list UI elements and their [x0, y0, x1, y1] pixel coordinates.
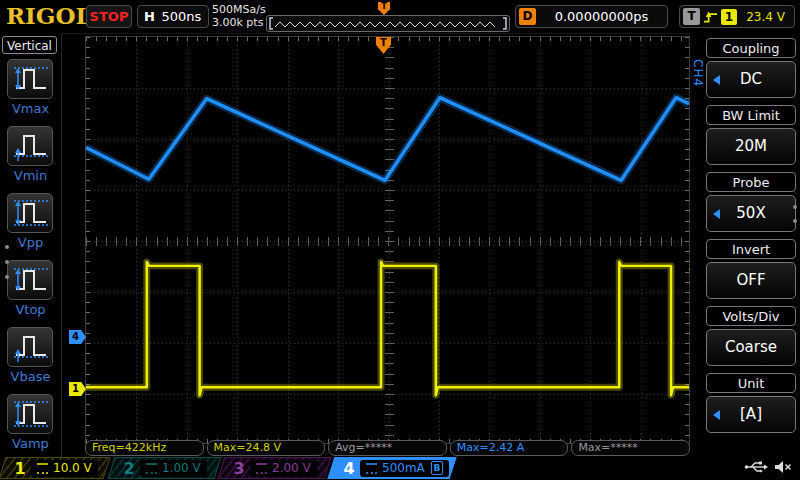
- vamp-icon[interactable]: [7, 394, 53, 434]
- trigger-level-value: 23.4 V: [737, 10, 794, 24]
- softkey-title: Unit: [706, 373, 796, 393]
- trigger-status-box[interactable]: T 1 23.4 V: [679, 5, 795, 28]
- run-state-label: STOP: [90, 9, 129, 24]
- softkey-title: BW Limit: [706, 105, 796, 125]
- left-menu-title: Vertical: [2, 36, 57, 54]
- measurement-bar: Freq=422kHz Max=24.8 V Avg=***** Max=2.4…: [85, 440, 690, 456]
- softkey-arrow-icon: [713, 209, 720, 219]
- menu-item-vmax[interactable]: Vmax: [0, 59, 61, 121]
- vmin-icon[interactable]: [7, 126, 53, 166]
- vertical-measure-menu: Vertical Vmax Vmin: [0, 33, 62, 480]
- softkey-bw-limit[interactable]: BW Limit 20M: [706, 105, 796, 172]
- softkey-title: Coupling: [706, 38, 796, 58]
- softkey-value[interactable]: [A]: [706, 396, 796, 433]
- measurement-avg: Avg=*****: [328, 440, 447, 456]
- channel-4-number: 4: [342, 459, 356, 478]
- left-menu-page-dots: [5, 245, 9, 290]
- channel-3-number: 3: [232, 459, 246, 478]
- waveform-preview-bar[interactable]: [266, 15, 510, 32]
- menu-label-vamp: Vamp: [0, 436, 61, 451]
- softkey-arrow-icon: [713, 75, 720, 85]
- softkey-volts-div[interactable]: Volts/Div Coarse: [706, 306, 796, 373]
- vbase-icon[interactable]: [7, 327, 53, 367]
- channel-menu-tab: CH4: [691, 59, 705, 87]
- vtop-icon[interactable]: [7, 260, 53, 300]
- softkey-value[interactable]: 20M: [706, 128, 796, 165]
- speaker-muted-icon[interactable]: [774, 460, 792, 474]
- horizontal-timebase-box[interactable]: H 500ns: [137, 5, 209, 28]
- measurement-max-ch1: Max=24.8 V: [207, 440, 326, 456]
- channel-4-scale-box: 500mA B: [360, 460, 449, 477]
- softkey-value[interactable]: DC: [706, 61, 796, 98]
- vpp-icon[interactable]: [7, 193, 53, 233]
- softkey-value[interactable]: OFF: [706, 262, 796, 299]
- ch1-trace-glow: [86, 262, 689, 395]
- delay-label-badge: D: [519, 8, 536, 25]
- dc-coupling-icon: [256, 463, 267, 474]
- trigger-source-badge: 1: [721, 9, 737, 25]
- menu-item-vpp[interactable]: Vpp: [0, 193, 61, 255]
- ch1-ground-marker[interactable]: 1: [69, 382, 86, 396]
- acquisition-info: 500MSa/s 3.00k pts: [212, 3, 266, 29]
- ch4-ground-marker[interactable]: 4: [69, 330, 86, 344]
- softkey-arrow-icon: [713, 410, 720, 420]
- channel-1-indicator[interactable]: 1 10.0 V: [0, 457, 111, 479]
- graticule: [85, 36, 690, 444]
- measurement-freq: Freq=422kHz: [85, 440, 204, 456]
- channel-2-indicator[interactable]: 2 1.00 V: [107, 457, 221, 479]
- softkey-value[interactable]: Coarse: [706, 329, 796, 366]
- menu-item-vtop[interactable]: Vtop: [0, 260, 61, 322]
- preview-trigger-marker[interactable]: T: [378, 2, 390, 15]
- timebase-value: 500ns: [155, 9, 208, 24]
- delay-box: D 0.00000000ps: [515, 5, 668, 28]
- channel-2-scale-box: 1.00 V: [140, 460, 207, 477]
- softkey-title: Probe: [706, 172, 796, 192]
- menu-label-vbase: Vbase: [0, 369, 61, 384]
- memory-depth: 3.00k pts: [212, 16, 266, 29]
- channel-2-number: 2: [122, 459, 136, 478]
- dc-coupling-icon: [366, 463, 377, 474]
- sample-rate: 500MSa/s: [212, 3, 266, 16]
- menu-label-vtop: Vtop: [0, 302, 61, 317]
- menu-item-vmin[interactable]: Vmin: [0, 126, 61, 188]
- bw-limit-badge: B: [431, 461, 443, 475]
- measurement-max-ch4: Max=2.42 A: [450, 440, 569, 456]
- softkey-coupling[interactable]: Coupling DC: [706, 38, 796, 105]
- channel-menu: CH4 Coupling DC BW Limit 20M Probe 50X I…: [690, 33, 800, 457]
- channel-3-scale-box: 2.00 V: [250, 460, 317, 477]
- menu-item-vbase[interactable]: Vbase: [0, 327, 61, 389]
- usb-icon: [744, 460, 768, 474]
- softkey-title: Invert: [706, 239, 796, 259]
- channel-4-indicator[interactable]: 4 500mA B: [327, 457, 456, 479]
- channel-3-indicator[interactable]: 3 2.00 V: [217, 457, 331, 479]
- top-status-bar: RIGOL STOP H 500ns 500MSa/s 3.00k pts T …: [0, 0, 800, 34]
- softkey-value[interactable]: 50X: [706, 195, 796, 232]
- dc-coupling-icon: [146, 463, 157, 474]
- dc-coupling-icon: [37, 463, 48, 474]
- waveform-display: [86, 37, 689, 443]
- right-menu-page-dots: [793, 205, 797, 233]
- trigger-label-badge: T: [683, 8, 700, 25]
- menu-label-vpp: Vpp: [0, 235, 61, 250]
- menu-label-vmax: Vmax: [0, 101, 61, 116]
- softkey-probe[interactable]: Probe 50X: [706, 172, 796, 239]
- rigol-logo: RIGOL: [6, 2, 92, 29]
- softkey-unit[interactable]: Unit [A]: [706, 373, 796, 440]
- preview-waveform-icon: [267, 16, 509, 31]
- measurement-max-empty: Max=*****: [571, 440, 690, 456]
- softkey-title: Volts/Div: [706, 306, 796, 326]
- menu-item-vamp[interactable]: Vamp: [0, 394, 61, 456]
- trigger-rising-edge-icon: [703, 9, 718, 25]
- horizontal-label: H: [144, 9, 155, 24]
- delay-value: 0.00000000ps: [536, 9, 667, 24]
- menu-label-vmin: Vmin: [0, 168, 61, 183]
- run-state-indicator[interactable]: STOP: [86, 5, 132, 28]
- channel-1-number: 1: [13, 459, 27, 478]
- softkey-invert[interactable]: Invert OFF: [706, 239, 796, 306]
- ch1-trace: [86, 262, 689, 395]
- channel-status-bar: 1 10.0 V 2 1.00 V 3 2.00 V 4: [0, 457, 800, 480]
- channel-1-scale-box: 10.0 V: [31, 460, 98, 477]
- vmax-icon[interactable]: [7, 59, 53, 99]
